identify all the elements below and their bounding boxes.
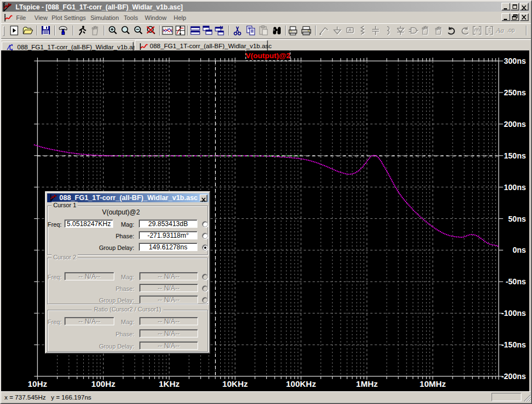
svg-text:10MHz: 10MHz (419, 379, 446, 388)
svg-text:200ns: 200ns (504, 120, 526, 129)
svg-text:-100ns: -100ns (501, 309, 526, 318)
svg-text:Aa: Aa (495, 26, 504, 34)
svg-text:0ns: 0ns (513, 246, 526, 254)
svg-text:1MHz: 1MHz (356, 379, 378, 388)
svg-text:1KHz: 1KHz (159, 379, 180, 388)
svg-text:50ns: 50ns (508, 214, 526, 223)
svg-text:10KHz: 10KHz (222, 379, 248, 388)
svg-text:100ns: 100ns (504, 183, 526, 192)
svg-text:100Hz: 100Hz (92, 379, 115, 388)
svg-text:-50ns: -50ns (505, 277, 526, 286)
svg-text:-150ns: -150ns (501, 340, 526, 349)
svg-text:250ns: 250ns (504, 88, 526, 97)
svg-text:150ns: 150ns (504, 151, 526, 160)
svg-text:10Hz: 10Hz (28, 379, 47, 388)
svg-text:-200ns: -200ns (501, 372, 526, 381)
svg-text:300ns: 300ns (504, 57, 526, 65)
svg-text:.op: .op (507, 27, 515, 33)
svg-text:100KHz: 100KHz (286, 379, 316, 388)
svg-text:V(output)@2: V(output)@2 (246, 52, 291, 60)
